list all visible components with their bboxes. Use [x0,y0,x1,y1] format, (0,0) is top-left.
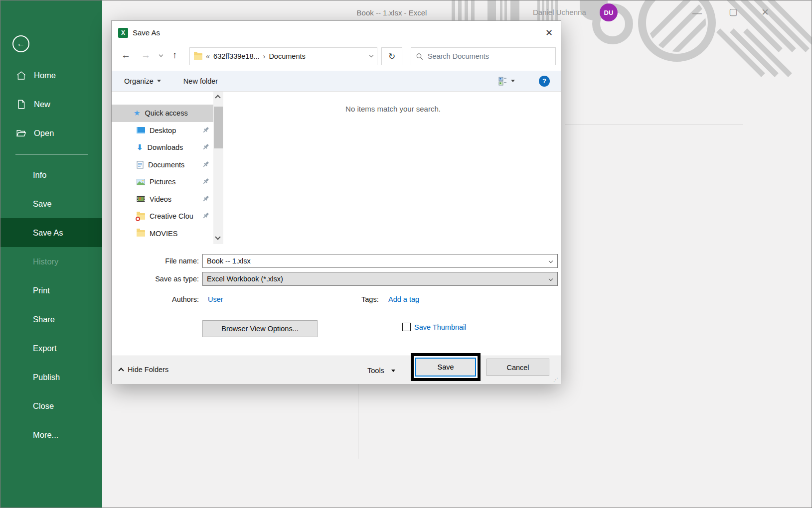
tree-item-pictures[interactable]: Pictures [112,173,213,191]
save-button-highlight-box: Save [411,353,481,381]
nav-up-icon[interactable]: ↑ [172,50,177,60]
backstage-sidebar: ← Home New Open Info Save Save As Histor… [0,0,102,508]
dialog-footer: Hide Folders Tools Save Cancel ⋰ [112,356,561,384]
folder-icon [194,53,202,60]
tree-item-quick-access[interactable]: ★ Quick access [112,105,213,122]
sidebar-item-print[interactable]: Print [0,276,102,305]
tree-item-downloads[interactable]: ⬇ Downloads [112,139,213,156]
sidebar-item-save-as[interactable]: Save As [0,218,102,247]
tree-item-label: Videos [150,195,171,203]
sidebar-item-label: Home [34,71,56,80]
file-name-combobox[interactable] [202,254,558,268]
sidebar-item-export[interactable]: Export [0,334,102,363]
sidebar-item-save[interactable]: Save [0,189,102,218]
scrollbar-thumb[interactable] [214,107,223,148]
sidebar-item-close[interactable]: Close [0,391,102,420]
nav-back-icon[interactable]: ← [121,50,131,60]
tree-item-label: Quick access [145,109,187,117]
organize-menu-button[interactable]: Organize [124,77,161,85]
tree-item-creative-cloud[interactable]: Creative Clou [112,208,213,225]
account-user-name[interactable]: Daniel Uchenna [533,8,586,16]
hide-folders-label: Hide Folders [128,366,168,374]
view-dropdown-icon [511,80,515,82]
minimize-button[interactable]: — [692,8,702,17]
quick-access-star-icon: ★ [134,109,140,118]
breadcrumb-separator: › [263,52,266,60]
sidebar-item-new[interactable]: New [0,90,102,119]
file-name-label: File name: [119,257,199,265]
tree-scrollbar[interactable] [213,92,223,244]
search-box[interactable] [411,47,556,65]
videos-icon [137,196,145,202]
sidebar-item-share[interactable]: Share [0,305,102,334]
empty-list-message: No items match your search. [224,105,562,113]
decor-hatched-circle [635,0,719,63]
window-title: Book -- 1.xlsx - Excel [280,8,504,17]
creative-cloud-badge-icon [136,217,140,221]
tree-item-label: Pictures [150,178,175,186]
back-arrow-icon: ← [17,39,25,49]
pin-icon [202,127,209,133]
tools-dropdown-icon [391,370,395,372]
save-type-value: Excel Workbook (*.xlsx) [207,275,283,283]
sidebar-item-publish[interactable]: Publish [0,363,102,391]
help-button[interactable]: ? [539,76,550,87]
breadcrumb-current-folder[interactable]: Documents [269,52,305,60]
tags-add-link[interactable]: Add a tag [388,295,419,303]
change-view-button[interactable] [498,77,515,86]
close-window-button[interactable]: ✕ [761,7,769,17]
nav-recent-chevron-icon[interactable] [159,53,163,57]
hide-folders-button[interactable]: Hide Folders [119,366,168,374]
browser-view-options-button[interactable]: Browser View Options... [202,320,318,337]
organize-dropdown-icon [157,80,161,82]
pin-icon [202,212,209,219]
address-dropdown-chevron-icon[interactable] [369,53,373,57]
maximize-button[interactable]: ▢ [729,7,738,16]
authors-label: Authors: [119,295,199,303]
sidebar-item-open[interactable]: Open [0,119,102,147]
save-thumbnail-checkbox[interactable] [402,323,411,331]
tree-item-label: Creative Clou [150,212,193,220]
authors-value-link[interactable]: User [208,295,223,303]
file-name-dropdown-icon[interactable] [549,259,553,263]
sidebar-item-label: Open [34,128,54,138]
save-type-combobox[interactable]: Excel Workbook (*.xlsx) [202,272,558,286]
tree-item-desktop[interactable]: Desktop [112,122,213,139]
open-folder-icon [16,128,26,138]
pin-icon [202,143,209,150]
search-icon [416,53,423,60]
address-bar[interactable]: « 632ff339e18... › Documents [189,47,377,65]
file-name-input[interactable] [207,257,543,265]
search-input[interactable] [428,52,550,60]
sidebar-item-home[interactable]: Home [0,61,102,90]
dialog-title: Save As [133,28,160,37]
refresh-icon: ↻ [388,51,395,62]
pin-icon [202,178,209,185]
account-avatar[interactable]: DU [600,3,618,21]
scrollbar-down-icon[interactable] [215,234,220,240]
scrollbar-up-icon[interactable] [215,95,220,100]
home-icon [16,70,26,81]
save-type-dropdown-icon[interactable] [549,277,553,281]
backstage-back-button[interactable]: ← [12,35,29,52]
save-button[interactable]: Save [415,358,476,377]
sidebar-item-info[interactable]: Info [0,160,102,189]
pin-icon [202,161,209,168]
tree-item-videos[interactable]: Videos [112,191,213,208]
refresh-button[interactable]: ↻ [381,47,402,65]
new-folder-button[interactable]: New folder [183,77,218,85]
dialog-close-icon[interactable]: ✕ [545,27,553,38]
resize-grip[interactable]: ⋰ [553,377,559,382]
excel-backstage-window: Book -- 1.xlsx - Excel Daniel Uchenna DU… [0,0,812,508]
documents-icon [137,161,144,169]
tools-menu-button[interactable]: Tools [367,367,395,375]
dialog-body: ★ Quick access Desktop ⬇ Downloads Docum… [112,92,561,244]
pictures-icon [137,179,145,185]
breadcrumb-parent-folder[interactable]: 632ff339e18... [213,52,259,60]
save-thumbnail-label[interactable]: Save Thumbnail [414,323,467,331]
view-options-icon [498,77,507,86]
sidebar-item-more[interactable]: More... [0,420,102,449]
tree-item-documents[interactable]: Documents [112,156,213,174]
tree-item-movies[interactable]: MOVIES [112,225,213,243]
cancel-button[interactable]: Cancel [487,359,549,376]
